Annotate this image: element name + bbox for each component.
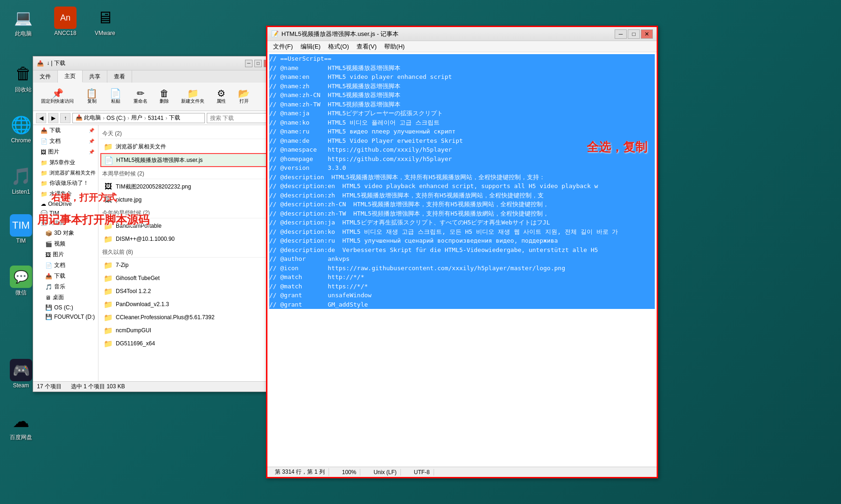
code-line-6: // @name:zh-TW HTML5視頻播放器增強脚本 bbox=[269, 100, 655, 109]
file-name-ccleaner: CCleaner.Professional.Plus@5.61.7392 bbox=[116, 314, 270, 321]
ccleaner-icon: 📁 bbox=[104, 313, 113, 322]
notepad-close[interactable]: ✕ bbox=[641, 29, 653, 39]
sidebar-item-thispc[interactable]: 💻 此电脑 bbox=[33, 218, 98, 228]
delete-icon: 🗑 bbox=[160, 89, 169, 98]
sidebar-item-documents[interactable]: 📄 文档 bbox=[33, 260, 98, 271]
tab-home[interactable]: 主页 bbox=[58, 70, 83, 83]
notepad-title-text: HTML5视频播放器增强脚本.user.js - 记事本 bbox=[281, 30, 399, 38]
sidebar-item-tim[interactable]: 💬 TIM bbox=[33, 209, 98, 218]
pin-indicator2: 📌 bbox=[89, 139, 94, 144]
open-button[interactable]: 📂 打开 bbox=[234, 86, 254, 107]
sidebar-item-download[interactable]: 📥 下载 📌 bbox=[33, 125, 98, 136]
sidebar-item-water[interactable]: 📁 水课集合 bbox=[33, 189, 98, 199]
notepad-maximize[interactable]: □ bbox=[628, 29, 640, 39]
sidebar-item-downloads[interactable]: 📥 下载 bbox=[33, 271, 98, 281]
file-item-dg511696[interactable]: 📁 DG511696_x64 bbox=[100, 337, 273, 350]
tab-share[interactable]: 共享 bbox=[83, 70, 107, 83]
breadcrumb-os[interactable]: OS (C:) bbox=[106, 115, 126, 121]
music-icon: 🎵 bbox=[45, 284, 52, 290]
steam-icon: 🎮 bbox=[10, 359, 32, 381]
tab-view[interactable]: 查看 bbox=[107, 70, 132, 83]
maximize-button[interactable]: □ bbox=[254, 60, 262, 67]
desktop-icon-ancc18[interactable]: An ANCC18 bbox=[47, 5, 84, 38]
computer-icon: 💻 bbox=[12, 7, 35, 29]
search-input[interactable] bbox=[207, 113, 272, 123]
desktop2-icon: 🖥 bbox=[45, 294, 51, 301]
listen1-label: Listen1 bbox=[12, 189, 30, 195]
file-item-dism[interactable]: 📁 DISM++@10.1.1000.90 bbox=[100, 232, 273, 245]
file-item-pandownload[interactable]: 📁 PanDownload_v2.1.3 bbox=[100, 298, 273, 311]
sidebar-item-osc[interactable]: 💾 OS (C:) bbox=[33, 303, 98, 312]
ribbon: 文件 主页 共享 查看 📌 固定到快速访问 📋 复制 📄 粘贴 bbox=[33, 70, 275, 111]
notepad-menubar: 文件(F) 编辑(E) 格式(O) 查看(V) 帮助(H) bbox=[267, 41, 657, 52]
back-button[interactable]: ◀ bbox=[36, 113, 46, 123]
fourvolt1-icon: 💾 bbox=[45, 314, 52, 320]
sidebar-item-chapter5[interactable]: 📁 第5章作业 bbox=[33, 157, 98, 168]
desktop-icon-baiduyun[interactable]: ☁ 百度网盘 bbox=[2, 408, 40, 443]
up-button[interactable]: ↑ bbox=[60, 113, 70, 123]
breadcrumb-pc[interactable]: 📥 此电脑 bbox=[76, 114, 101, 122]
breadcrumb-download[interactable]: 下载 bbox=[169, 114, 180, 122]
code-line-11: // @namespace https://github.com/xxxily/… bbox=[269, 145, 655, 154]
file-item-userjs[interactable]: 📄 HTML5视频播放器增强脚本.user.js bbox=[100, 153, 273, 167]
file-item-browser-ext-folder[interactable]: 📁 浏览器扩展相关文件 bbox=[100, 140, 273, 153]
osc-icon: 💾 bbox=[45, 304, 52, 311]
notepad-text-area[interactable]: // ==UserScript== // @name HTML5视频播放器增强脚… bbox=[267, 52, 657, 467]
sidebar-item-pictures[interactable]: 🖼 图片 bbox=[33, 249, 98, 260]
sidebar-item-music[interactable]: 🎵 音乐 bbox=[33, 281, 98, 292]
code-line-19: // @description:ja HTML5ビデオ再生拡張スクリプト、すべて… bbox=[269, 218, 655, 227]
file-item-ccleaner[interactable]: 📁 CCleaner.Professional.Plus@5.61.7392 bbox=[100, 311, 273, 324]
sidebar-item-onedrive[interactable]: ☁ OneDrive bbox=[33, 199, 98, 209]
sidebar-item-fourvolt1[interactable]: 💾 FOURVOLT (D:) bbox=[33, 312, 98, 322]
forward-button[interactable]: ▶ bbox=[48, 113, 58, 123]
notepad-titlebar: 📝 HTML5视频播放器增强脚本.user.js - 记事本 ─ □ ✕ bbox=[267, 27, 657, 41]
notepad-minimize[interactable]: ─ bbox=[615, 29, 627, 39]
documents-icon: 📄 bbox=[45, 262, 52, 269]
desktop-icon-computer[interactable]: 💻 此电脑 bbox=[5, 5, 42, 40]
menu-format[interactable]: 格式(O) bbox=[324, 42, 353, 52]
address-path[interactable]: 📥 此电脑 › OS (C:) › 用户 › 53141 › 下载 bbox=[72, 113, 205, 123]
sidebar-documents-label: 文档 bbox=[54, 261, 65, 269]
docs-icon: 📄 bbox=[41, 138, 48, 145]
properties-button[interactable]: ⚙ 属性 bbox=[212, 86, 230, 107]
bandicam-icon: 📁 bbox=[104, 221, 113, 231]
section-this-week: 本周早些时候 (2) bbox=[100, 167, 273, 179]
pin-to-quickaccess-button[interactable]: 📌 固定到快速访问 bbox=[37, 86, 78, 107]
desktop-icon-vmware[interactable]: 🖥 VMware bbox=[86, 5, 124, 38]
sidebar-item-3d[interactable]: 📦 3D 对象 bbox=[33, 228, 98, 238]
vmware-icon: 🖥 bbox=[94, 7, 116, 29]
breadcrumb-user[interactable]: 用户 bbox=[131, 114, 142, 122]
file-item-tim-screenshot[interactable]: 🖼 TIM截图20200528202232.png bbox=[100, 180, 273, 193]
sidebar-video-label: 视频 bbox=[54, 240, 65, 248]
sidebar-item-desktop2[interactable]: 🖥 桌面 bbox=[33, 292, 98, 303]
menu-view[interactable]: 查看(V) bbox=[353, 42, 380, 52]
properties-label: 属性 bbox=[217, 98, 226, 105]
paste-button[interactable]: 📄 粘贴 bbox=[105, 86, 126, 107]
file-name-gihosoft: Gihosoft TubeGet bbox=[116, 275, 270, 281]
menu-edit[interactable]: 编辑(E) bbox=[297, 42, 324, 52]
file-item-picture[interactable]: 🖼 picture.jpg bbox=[100, 193, 273, 206]
file-item-ncmdump[interactable]: 📁 ncmDumpGUI bbox=[100, 324, 273, 337]
rename-button[interactable]: ✏ 重命名 bbox=[129, 86, 152, 107]
minimize-button[interactable]: ─ bbox=[245, 60, 252, 67]
new-folder-button[interactable]: 📁 新建文件夹 bbox=[177, 86, 209, 107]
copy-button[interactable]: 📋 复制 bbox=[82, 86, 102, 107]
paste-icon: 📄 bbox=[110, 89, 121, 98]
breadcrumb-53141[interactable]: 53141 bbox=[148, 115, 163, 121]
pin-label: 固定到快速访问 bbox=[41, 98, 74, 105]
delete-button[interactable]: 🗑 删除 bbox=[155, 86, 173, 107]
code-line-14: // @description HTML5视频播放增强脚本，支持所有H5视频播放… bbox=[269, 173, 655, 182]
sidebar-item-docs[interactable]: 📄 文档 📌 bbox=[33, 136, 98, 147]
sidebar-item-pics[interactable]: 🖼 图片 📌 bbox=[33, 147, 98, 157]
chapter5-icon: 📁 bbox=[41, 160, 48, 166]
file-item-7zip[interactable]: 📁 7-Zip bbox=[100, 259, 273, 272]
file-item-ds4tool[interactable]: 📁 DS4Tool 1.2.2 bbox=[100, 285, 273, 298]
menu-file[interactable]: 文件(F) bbox=[269, 42, 297, 52]
sidebar-item-exercise[interactable]: 📁 你该做乐动了！ bbox=[33, 178, 98, 189]
menu-help[interactable]: 帮助(H) bbox=[380, 42, 408, 52]
sidebar-item-browser-ext[interactable]: 📁 浏览器扩展相关文件 bbox=[33, 168, 98, 178]
file-item-bandicam[interactable]: 📁 BandicamPortable bbox=[100, 219, 273, 232]
tab-file[interactable]: 文件 bbox=[33, 70, 58, 83]
sidebar-item-video[interactable]: 🎬 视频 bbox=[33, 238, 98, 249]
file-item-gihosoft[interactable]: 📁 Gihosoft TubeGet bbox=[100, 272, 273, 285]
